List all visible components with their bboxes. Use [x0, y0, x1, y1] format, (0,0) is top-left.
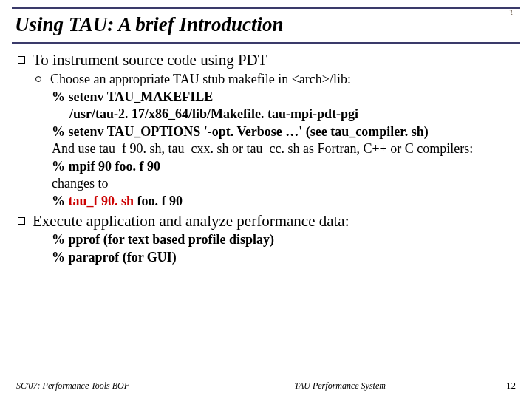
- subbullet-1-text: Choose an appropriate TAU stub makefile …: [50, 71, 351, 88]
- cmd-setenv-options: % setenv TAU_OPTIONS '-opt. Verbose …' (…: [52, 123, 514, 140]
- title-bar: Using TAU: A brief Introduction τ: [12, 7, 520, 44]
- bullet-1-sub: Choose an appropriate TAU stub makefile …: [52, 71, 514, 209]
- slide-title: Using TAU: A brief Introduction: [12, 13, 520, 36]
- cmd-setenv-makefile-2: /usr/tau-2. 17/x86_64/lib/Makefile. tau-…: [69, 106, 514, 123]
- bullet-1-text: To instrument source code using PDT: [33, 51, 267, 69]
- cmd-tau-f90: % tau_f 90. sh foo. f 90: [52, 193, 514, 210]
- circle-bullet-icon: [35, 76, 41, 82]
- bullet-2-text: Execute application and analyze performa…: [33, 212, 349, 231]
- square-bullet-icon: [18, 56, 25, 64]
- bullet-2: Execute application and analyze performa…: [18, 212, 514, 231]
- footer-left: SC'07: Performance Tools BOF: [16, 381, 129, 392]
- cmd-prefix: %: [52, 194, 69, 208]
- compilers-note: And use tau_f 90. sh, tau_cxx. sh or tau…: [52, 140, 514, 157]
- cmd-suffix: foo. f 90: [134, 194, 183, 208]
- cmd-paraprof: % paraprof (for GUI): [52, 249, 514, 266]
- changes-to: changes to: [52, 175, 514, 192]
- bullet-2-sub: % pprof (for text based profile display)…: [52, 231, 514, 265]
- bullet-1: To instrument source code using PDT: [18, 51, 514, 69]
- footer-center: TAU Performance System: [174, 381, 506, 392]
- cmd-mpif90: % mpif 90 foo. f 90: [52, 158, 514, 175]
- subbullet-1: Choose an appropriate TAU stub makefile …: [35, 71, 514, 88]
- footer: SC'07: Performance Tools BOF TAU Perform…: [0, 380, 532, 392]
- slide-content: To instrument source code using PDT Choo…: [0, 44, 532, 265]
- page-number: 12: [506, 380, 516, 392]
- square-bullet-icon: [18, 217, 25, 225]
- cmd-red: tau_f 90. sh: [69, 194, 134, 208]
- tau-logo-icon: τ: [504, 4, 519, 19]
- cmd-pprof: % pprof (for text based profile display): [52, 231, 514, 248]
- cmd-setenv-makefile-1: % setenv TAU_MAKEFILE: [52, 89, 514, 106]
